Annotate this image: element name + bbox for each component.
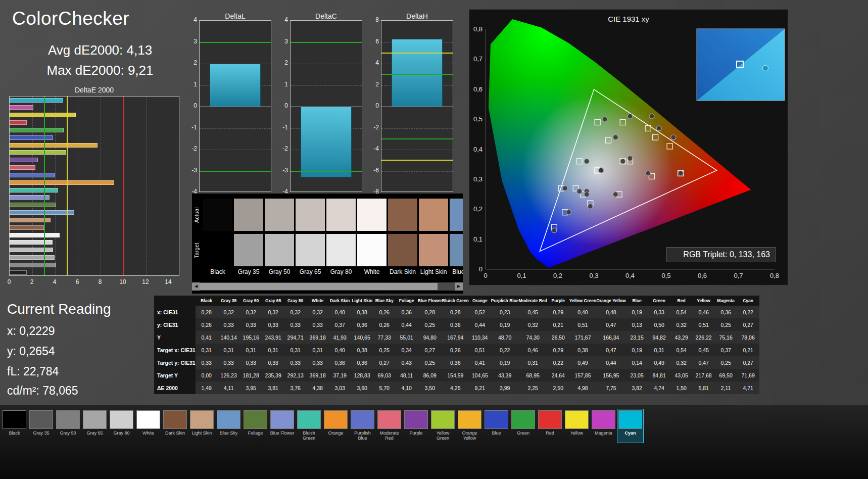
- scrollbar-thumb[interactable]: [200, 283, 438, 290]
- table-cell: 0,29: [547, 344, 569, 356]
- measured-marker-magenta: [613, 192, 618, 197]
- table-cell: 292,13: [284, 369, 307, 381]
- table-cell: 0,51: [469, 344, 491, 356]
- table-cell: 226,22: [693, 331, 715, 344]
- table-cell: 4,25: [442, 381, 469, 394]
- gridline: [169, 97, 169, 275]
- column-header-gray-80: Gray 80: [284, 296, 307, 306]
- table-cell: 110,34: [469, 331, 491, 344]
- y-tick-label: 1: [184, 81, 197, 88]
- measured-marker-orange: [671, 135, 676, 140]
- y-tick-label: 0,6: [473, 85, 483, 93]
- patch-label: White: [142, 430, 154, 442]
- table-cell: 0,26: [373, 306, 396, 318]
- table-cell: 23,05: [626, 369, 648, 381]
- patch-button-blue-flower[interactable]: Blue Flower: [269, 409, 295, 443]
- y-tick-label: 0,7: [473, 55, 483, 63]
- patch-button-purple[interactable]: Purple: [403, 409, 429, 443]
- table-cell: 43,29: [670, 331, 693, 344]
- patch-button-white[interactable]: White: [135, 409, 161, 443]
- y-tick-label: 3: [184, 38, 197, 45]
- table-cell: 0,28: [442, 306, 469, 318]
- table-cell: 0,28: [196, 306, 218, 318]
- table-cell: 126,23: [218, 369, 240, 381]
- patch-color-purple: [404, 410, 428, 429]
- patch-color-blue-sky: [217, 410, 240, 429]
- table-cell: 0,14: [626, 356, 648, 369]
- table-cell: 0,25: [715, 356, 737, 369]
- patch-button-gray-65[interactable]: Gray 65: [82, 409, 108, 443]
- patch-button-dark-skin[interactable]: Dark Skin: [162, 409, 188, 443]
- table-cell: 0,48: [596, 306, 625, 318]
- patch-button-orange[interactable]: Orange: [323, 409, 349, 443]
- row-label-target: Target: [194, 234, 201, 267]
- column-header-yellow: Yellow: [693, 296, 715, 306]
- patch-button-black[interactable]: Black: [2, 409, 27, 443]
- patch-color-gray-65: [83, 410, 107, 429]
- table-cell: 0,33: [307, 356, 329, 369]
- swatch-scrollbar[interactable]: ◀ ▶: [192, 282, 463, 291]
- table-cell: 0,54: [670, 344, 693, 356]
- table-cell: 0,31: [307, 344, 329, 356]
- x-tick-label: 0,4: [625, 272, 635, 279]
- patch-button-gray-50[interactable]: Gray 50: [55, 409, 81, 443]
- table-cell: 5,81: [693, 381, 715, 394]
- table-cell: 69,03: [373, 369, 396, 381]
- y-tick-label: 4: [366, 59, 379, 66]
- table-cell: 0,31: [284, 344, 307, 356]
- table-cell: 0,26: [442, 344, 469, 356]
- patch-color-cyan: [618, 410, 642, 429]
- table-cell: 84,81: [648, 369, 670, 381]
- table-cell: 0,51: [569, 318, 596, 331]
- gridline: [291, 85, 362, 86]
- chart-title-deltac: DeltaC: [290, 12, 362, 20]
- patch-button-gray-35[interactable]: Gray 35: [28, 409, 54, 443]
- patch-button-foliage[interactable]: Foliage: [243, 409, 268, 443]
- patch-button-yellow-green[interactable]: Yellow Green: [430, 409, 456, 443]
- patch-button-magenta[interactable]: Magenta: [591, 409, 616, 443]
- gridline: [78, 97, 78, 275]
- patch-button-bluish-green[interactable]: Bluish Green: [296, 409, 322, 443]
- patch-button-green[interactable]: Green: [510, 409, 536, 443]
- patch-button-blue[interactable]: Blue: [484, 409, 509, 443]
- y-tick-label: 4: [275, 16, 288, 23]
- measured-marker-blue-sky: [577, 189, 582, 194]
- y-tick-label: -3: [184, 167, 197, 174]
- patch-button-light-skin[interactable]: Light Skin: [189, 409, 215, 443]
- measured-marker-purplish-blue: [566, 210, 571, 215]
- y-tick-label: 0: [479, 265, 483, 273]
- table-cell: 0,22: [491, 344, 519, 356]
- column-header-orange: Orange: [469, 296, 491, 306]
- scroll-right-icon[interactable]: ▶: [455, 282, 463, 291]
- table-cell: 26,50: [547, 331, 569, 344]
- table-cell: 0,49: [569, 356, 596, 369]
- patch-button-red[interactable]: Red: [537, 409, 563, 443]
- table-cell: 294,71: [284, 331, 307, 344]
- actual-swatch-gray-65: [296, 199, 325, 231]
- patch-button-blue-sky[interactable]: Blue Sky: [216, 409, 242, 443]
- page-title: ColorChecker: [12, 8, 129, 29]
- x-tick-label: 12: [139, 278, 152, 285]
- patch-color-bluish-green: [297, 410, 321, 429]
- table-cell: 4,98: [569, 381, 596, 394]
- deltae-bar-gray-35: [10, 263, 56, 267]
- cie-diagram-panel: CIE 1931 xy: [469, 9, 788, 285]
- patch-button-yellow[interactable]: Yellow: [564, 409, 590, 443]
- actual-swatch-gray-35: [234, 199, 263, 231]
- patch-label: Gray 50: [60, 430, 76, 442]
- patch-button-purplish-blue[interactable]: Purplish Blue: [350, 409, 375, 443]
- patch-button-gray-80[interactable]: Gray 80: [109, 409, 134, 443]
- y-tick-label: 0,5: [473, 115, 483, 123]
- patch-button-cyan[interactable]: Cyan: [617, 409, 643, 443]
- patch-label: Foliage: [248, 430, 263, 442]
- scroll-left-icon[interactable]: ◀: [192, 282, 200, 291]
- table-row: y: CIE310,260,330,330,330,330,330,370,36…: [154, 318, 759, 331]
- table-cell: 0,36: [329, 356, 351, 369]
- reference-line: [67, 97, 68, 275]
- patch-button-moderate-red[interactable]: Moderate Red: [376, 409, 402, 443]
- reference-line: [123, 97, 124, 275]
- table-cell: 181,28: [240, 369, 262, 381]
- patch-button-orange-yellow[interactable]: Orange Yellow: [457, 409, 483, 443]
- deltae-bar-cyan: [10, 98, 63, 103]
- deltae-bar-orange-yellow: [10, 143, 98, 148]
